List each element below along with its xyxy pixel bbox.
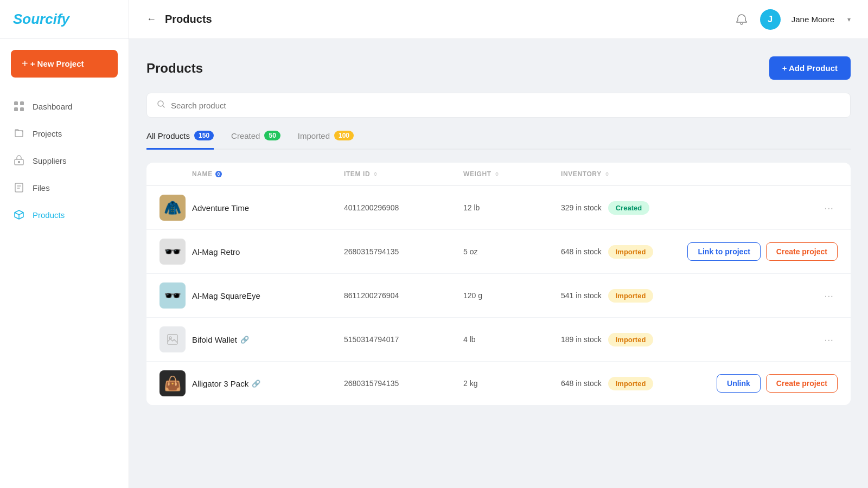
product-weight: 2 kg [463,379,561,388]
product-inventory: 648 in stock [561,247,602,256]
create-project-button[interactable]: Create project [766,242,838,261]
sidebar-item-label-files: Files [33,183,50,192]
link-icon: 🔗 [252,380,260,388]
col-inventory: INVENTORY [561,170,680,178]
projects-icon [13,127,25,139]
col-item-id: ITEM ID [344,170,463,178]
product-inventory-cell: 329 in stock Created [561,201,680,215]
product-weight: 5 oz [463,247,561,256]
notification-bell-icon[interactable] [734,12,749,27]
tab-imported[interactable]: Imported 100 [298,131,354,150]
more-options-icon[interactable]: ··· [820,200,838,216]
search-icon [157,100,165,111]
new-project-button[interactable]: + + New Project [11,50,118,78]
sidebar-item-products[interactable]: Products [0,201,129,228]
row-actions: ··· [680,287,838,304]
svg-rect-6 [15,183,23,192]
sidebar-item-label-products: Products [33,210,65,220]
product-status-badge: Imported [608,245,654,259]
add-product-button[interactable]: + Add Product [769,56,851,80]
add-product-label: + Add Product [782,63,838,73]
product-name: Al-Mag SquareEye [192,291,344,300]
more-options-icon[interactable]: ··· [820,331,838,348]
svg-rect-9 [168,335,177,344]
product-name-cell: Al-Mag Retro [192,247,344,256]
row-actions: UnlinkCreate project [680,374,838,393]
user-name: Jane Moore [792,15,834,24]
product-item-id: 5150314794017 [344,335,463,344]
product-name: Alligator 3 Pack🔗 [192,379,344,388]
unlink-button[interactable]: Unlink [717,374,761,393]
weight-sort-icon[interactable] [494,171,500,177]
row-actions: ··· [680,200,838,216]
sidebar: Sourcify + + New Project Dashboard [0,0,129,488]
col-weight: WEIGHT [463,170,561,178]
product-inventory-cell: 189 in stock Imported [561,333,680,346]
product-inventory: 541 in stock [561,291,602,300]
link-icon: 🔗 [240,336,249,344]
files-icon [13,182,25,194]
table-row: 🧥 Adventure Time 4011200296908 12 lb 329… [146,186,851,230]
topbar-title: Products [165,13,727,25]
product-weight: 12 lb [463,203,561,212]
sidebar-item-dashboard[interactable]: Dashboard [0,93,129,120]
product-name-cell: Bifold Wallet🔗 [192,335,344,344]
content-header: Products + Add Product [146,56,851,80]
col-name-label: NAME [192,170,213,178]
product-weight: 4 lb [463,335,561,344]
tab-all-products[interactable]: All Products 150 [146,131,214,150]
product-item-id: 2680315794135 [344,247,463,256]
svg-rect-1 [20,101,24,105]
sidebar-item-projects[interactable]: Projects [0,120,129,147]
products-icon [13,209,25,221]
sidebar-item-files[interactable]: Files [0,174,129,201]
product-weight: 120 g [463,291,561,300]
table-row: 👜 Alligator 3 Pack🔗 2680315794135 2 kg 6… [146,362,851,405]
product-name: Bifold Wallet🔗 [192,335,344,344]
link-to-project-button[interactable]: Link to project [687,242,760,261]
table-row: 🕶️ Al-Mag Retro 2680315794135 5 oz 648 i… [146,230,851,274]
svg-rect-3 [20,107,24,111]
item-id-sort-icon[interactable] [372,171,379,177]
tab-imported-label: Imported [298,131,330,140]
tab-created-badge: 50 [264,131,280,140]
table-header-row: NAME ITEM ID [146,163,851,186]
table-row: 🕶️ Al-Mag SquareEye 8611200276904 120 g … [146,274,851,318]
inventory-sort-icon[interactable] [604,171,610,177]
sidebar-nav: Dashboard Projects Suppliers [0,88,129,233]
tab-created[interactable]: Created 50 [231,131,280,150]
product-inventory: 329 in stock [561,203,602,212]
sidebar-item-label-dashboard: Dashboard [33,102,72,111]
more-options-icon[interactable]: ··· [820,287,838,304]
product-name: Adventure Time [192,203,344,213]
sidebar-item-suppliers[interactable]: Suppliers [0,147,129,174]
product-name-cell: Adventure Time [192,203,344,213]
topbar-actions: J Jane Moore ▾ [734,9,851,30]
main-area: ← Products J Jane Moore ▾ Products + Add… [129,0,868,488]
product-inventory: 648 in stock [561,379,602,388]
svg-rect-5 [18,161,20,163]
dashboard-icon [13,100,25,112]
col-inventory-label: INVENTORY [561,170,602,178]
product-status-badge: Imported [608,289,654,303]
product-thumb: 🕶️ [159,282,186,309]
svg-point-8 [215,171,222,177]
create-project-button[interactable]: Create project [766,374,838,393]
page-title: Products [146,61,203,76]
tabs-bar: All Products 150 Created 50 Imported 100 [146,131,851,150]
user-chevron-icon[interactable]: ▾ [847,16,851,23]
product-inventory: 189 in stock [561,335,602,344]
back-arrow-icon[interactable]: ← [146,14,156,25]
name-sort-icon[interactable] [215,170,222,178]
product-inventory-cell: 541 in stock Imported [561,289,680,303]
col-weight-label: WEIGHT [463,170,492,178]
product-name: Al-Mag Retro [192,247,344,256]
product-inventory-cell: 648 in stock Imported [561,245,680,259]
product-status-badge: Created [608,201,649,215]
app-logo: Sourcify [13,11,69,28]
new-project-label: + New Project [30,59,84,68]
product-thumb: 👜 [159,370,186,396]
row-actions: ··· [680,331,838,348]
search-input[interactable] [171,101,840,110]
table-body: 🧥 Adventure Time 4011200296908 12 lb 329… [146,186,851,405]
